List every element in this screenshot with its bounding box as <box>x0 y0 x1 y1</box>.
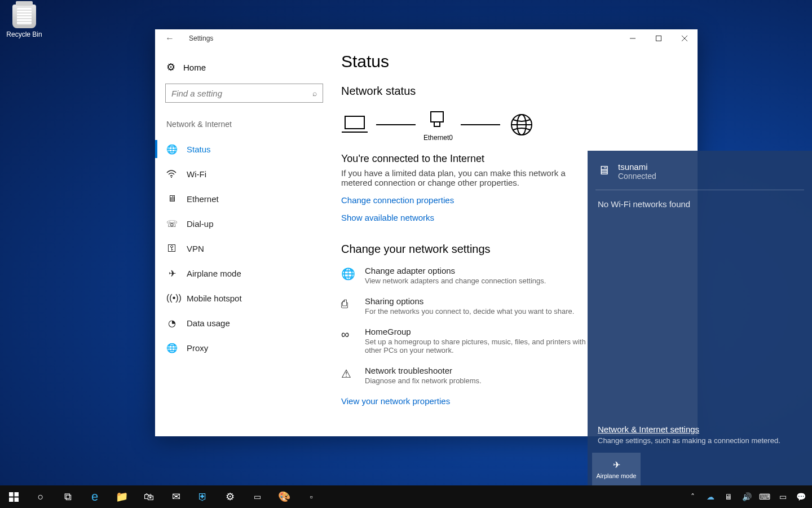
wifi-icon <box>166 170 178 178</box>
tray-volume[interactable]: 🔊 <box>738 485 756 508</box>
tile-label: Airplane mode <box>597 472 637 479</box>
tray-chevron[interactable]: ˄ <box>683 485 701 508</box>
connection-entry[interactable]: 🖥 tsunami Connected <box>588 162 812 190</box>
dialup-icon: ☏ <box>166 218 178 229</box>
home-label: Home <box>183 63 206 72</box>
close-button[interactable] <box>672 29 698 47</box>
svg-rect-5 <box>345 116 364 129</box>
airplane-icon: ✈ <box>613 459 620 470</box>
cortana-button[interactable]: ○ <box>27 485 54 508</box>
nav-label: Status <box>187 144 211 154</box>
quick-action-tiles: ✈ Airplane mode <box>588 453 812 485</box>
network-settings-desc: Change settings, such as making a connec… <box>588 436 812 453</box>
connection-name: tsunami <box>618 162 656 172</box>
setting-title: Network troubleshooter <box>365 366 482 375</box>
nav-label: Proxy <box>187 343 208 353</box>
svg-rect-7 <box>431 112 443 122</box>
taskbar-mail[interactable]: ✉ <box>162 485 189 508</box>
titlebar: ← Settings <box>155 29 698 47</box>
tray-onedrive[interactable]: ☁ <box>701 485 720 508</box>
setting-desc: Set up a homegroup to share pictures, mu… <box>365 338 589 354</box>
section-header: Network & Internet <box>165 120 319 129</box>
change-connection-properties-link[interactable]: Change connection properties <box>341 195 454 205</box>
nav-wifi[interactable]: Wi-Fi <box>165 161 319 186</box>
search-input[interactable] <box>171 89 312 98</box>
nav-label: Dial-up <box>187 219 214 229</box>
task-view-button[interactable]: ⧉ <box>54 485 81 508</box>
network-settings-link[interactable]: Network & Internet settings <box>588 424 812 436</box>
troubleshoot-icon: ⚠ <box>341 366 356 385</box>
setting-title: HomeGroup <box>365 327 589 336</box>
nav-label: Data usage <box>187 318 230 328</box>
nav-label: Ethernet <box>187 194 219 204</box>
connection-line <box>461 124 500 125</box>
nav-status[interactable]: 🌐Status <box>165 137 319 161</box>
search-box[interactable]: ⌕ <box>165 84 323 103</box>
taskbar-paint[interactable]: 🎨 <box>271 485 298 508</box>
back-button[interactable]: ← <box>164 33 175 43</box>
laptop-icon <box>341 113 368 136</box>
nav-hotspot[interactable]: ((•))Mobile hotspot <box>165 286 319 310</box>
view-network-properties-link[interactable]: View your network properties <box>341 396 450 406</box>
gear-icon: ⚙ <box>166 61 175 73</box>
minimize-button[interactable] <box>620 29 646 47</box>
nav-dialup[interactable]: ☏Dial-up <box>165 211 319 236</box>
home-button[interactable]: ⚙ Home <box>165 56 319 84</box>
taskbar-security[interactable]: ⛨ <box>189 485 217 508</box>
sharing-options[interactable]: ⎙ Sharing optionsFor the networks you co… <box>341 296 589 316</box>
tray-input[interactable]: ▭ <box>774 485 792 508</box>
tray-keyboard[interactable]: ⌨ <box>756 485 774 508</box>
nav-label: Airplane mode <box>187 269 241 278</box>
ethernet-icon: 🖥 <box>166 194 178 204</box>
connection-status: Connected <box>618 172 656 181</box>
setting-desc: For the networks you connect to, decide … <box>365 307 574 316</box>
taskbar-explorer[interactable]: 📁 <box>108 485 135 508</box>
svg-rect-15 <box>14 497 19 502</box>
setting-title: Change adapter options <box>365 266 546 275</box>
taskbar-edge[interactable]: e <box>81 485 108 508</box>
proxy-icon: 🌐 <box>166 343 178 353</box>
adapter-options-icon: 🌐 <box>341 266 356 285</box>
recycle-bin-label: Recycle Bin <box>5 30 44 38</box>
nav-ethernet[interactable]: 🖥Ethernet <box>165 186 319 211</box>
internet-icon <box>508 113 535 136</box>
setting-desc: View network adapters and change connect… <box>365 277 546 285</box>
window-title: Settings <box>189 34 213 42</box>
network-diagram: Ethernet0 <box>341 108 681 142</box>
homegroup[interactable]: ∞ HomeGroupSet up a homegroup to share p… <box>341 327 589 354</box>
maximize-button[interactable] <box>646 29 672 47</box>
connection-line <box>376 124 416 125</box>
nav-airplane[interactable]: ✈Airplane mode <box>165 261 319 286</box>
recycle-bin-icon <box>12 5 36 28</box>
divider <box>595 190 804 190</box>
network-status-heading: Network status <box>341 85 681 98</box>
svg-rect-13 <box>14 492 19 497</box>
homegroup-icon: ∞ <box>341 327 356 354</box>
show-available-networks-link[interactable]: Show available networks <box>341 213 434 222</box>
page-title: Status <box>341 52 681 71</box>
airplane-mode-tile[interactable]: ✈ Airplane mode <box>592 453 641 485</box>
datausage-icon: ◔ <box>166 318 178 329</box>
start-button[interactable] <box>0 485 27 508</box>
change-adapter-options[interactable]: 🌐 Change adapter optionsView network ada… <box>341 266 589 285</box>
nav-vpn[interactable]: ⚿VPN <box>165 236 319 261</box>
svg-rect-14 <box>9 497 14 502</box>
sidebar: ⚙ Home ⌕ Network & Internet 🌐Status Wi-F… <box>155 47 330 436</box>
taskbar-app1[interactable]: ▭ <box>244 485 271 508</box>
network-troubleshooter[interactable]: ⚠ Network troubleshooterDiagnose and fix… <box>341 366 589 385</box>
nav-proxy[interactable]: 🌐Proxy <box>165 335 319 360</box>
connected-desc: If you have a limited data plan, you can… <box>341 168 578 187</box>
taskbar-store[interactable]: 🛍 <box>135 485 162 508</box>
tray-action-center[interactable]: 💬 <box>792 485 810 508</box>
hotspot-icon: ((•)) <box>166 293 178 303</box>
search-icon: ⌕ <box>312 89 317 98</box>
taskbar-app2[interactable]: ▫ <box>298 485 325 508</box>
nav-label: Mobile hotspot <box>187 294 242 303</box>
nav-datausage[interactable]: ◔Data usage <box>165 310 319 335</box>
tray-network[interactable]: 🖥 <box>720 485 738 508</box>
globe-icon: 🌐 <box>166 144 178 155</box>
setting-title: Sharing options <box>365 296 574 306</box>
ethernet-connected-icon: 🖥 <box>598 162 610 178</box>
taskbar-settings[interactable]: ⚙ <box>217 485 244 508</box>
recycle-bin[interactable]: Recycle Bin <box>5 5 44 38</box>
